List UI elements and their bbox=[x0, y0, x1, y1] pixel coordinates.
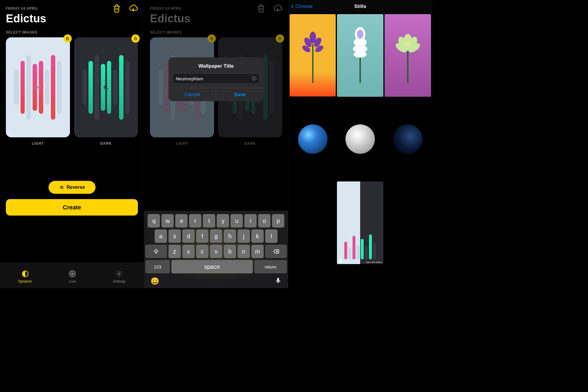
key-c[interactable]: c bbox=[196, 245, 208, 258]
unlock-icon[interactable] bbox=[64, 34, 72, 43]
numbers-key[interactable]: 123 bbox=[145, 260, 170, 273]
tab-bar: Dynamic Live Settings bbox=[0, 262, 144, 288]
alert-title: Wallpaper Title bbox=[168, 57, 264, 73]
dynamic-icon bbox=[21, 270, 29, 278]
chevron-left-icon bbox=[290, 3, 295, 10]
key-r[interactable]: r bbox=[189, 214, 201, 228]
download-cloud-icon[interactable] bbox=[128, 4, 138, 13]
key-p[interactable]: p bbox=[272, 214, 284, 228]
key-g[interactable]: g bbox=[210, 229, 222, 243]
key-w[interactable]: w bbox=[161, 214, 174, 228]
nav-bar: Choose Stills bbox=[288, 0, 432, 13]
nav-title: Stills bbox=[354, 4, 366, 9]
still-black[interactable] bbox=[290, 181, 336, 264]
pane-edictus-save-dialog: FRIDAY 24 APRIL Edictus SELECT IMAGES LI… bbox=[144, 0, 288, 288]
key-i[interactable]: i bbox=[244, 214, 257, 228]
return-key[interactable]: return bbox=[254, 260, 287, 273]
still-edictus-split[interactable]: made with Edictus bbox=[337, 181, 383, 264]
save-button[interactable]: Save bbox=[216, 88, 264, 101]
unlock-icon[interactable] bbox=[131, 34, 140, 43]
still-flower-white-on-teal[interactable] bbox=[337, 14, 383, 97]
trash-icon bbox=[256, 4, 266, 13]
gear-icon bbox=[115, 270, 123, 278]
wallpaper-title-field[interactable]: ⓧ bbox=[173, 73, 260, 84]
space-key[interactable]: space bbox=[171, 260, 253, 273]
dark-label: DARK bbox=[74, 141, 138, 146]
create-button[interactable]: Create bbox=[6, 199, 138, 216]
image-slot-light[interactable] bbox=[6, 37, 70, 137]
still-earth-night[interactable] bbox=[385, 98, 431, 181]
swap-icon bbox=[59, 185, 64, 190]
key-e[interactable]: e bbox=[175, 214, 188, 228]
tab-dynamic[interactable]: Dynamic bbox=[18, 270, 32, 283]
clear-text-icon[interactable]: ⓧ bbox=[252, 76, 256, 82]
svg-point-5 bbox=[118, 273, 120, 275]
cancel-button[interactable]: Cancel bbox=[168, 88, 216, 101]
backspace-icon bbox=[273, 248, 279, 255]
app-title: Edictus bbox=[150, 12, 282, 25]
dictation-icon[interactable] bbox=[275, 277, 282, 284]
keyboard: qwertyuiop asdfghjkl zxcvbnm 123 space r… bbox=[144, 211, 288, 288]
tab-settings[interactable]: Settings bbox=[113, 270, 126, 283]
key-o[interactable]: o bbox=[258, 214, 270, 228]
shift-icon bbox=[153, 248, 159, 254]
still-moon[interactable] bbox=[337, 98, 383, 181]
key-x[interactable]: x bbox=[182, 245, 195, 258]
svg-rect-6 bbox=[277, 278, 279, 281]
live-icon bbox=[69, 270, 76, 278]
backspace-key[interactable] bbox=[265, 245, 287, 258]
moon-icon bbox=[103, 84, 109, 91]
key-k[interactable]: k bbox=[251, 229, 264, 243]
key-f[interactable]: f bbox=[196, 229, 208, 243]
sun-icon bbox=[34, 84, 41, 91]
dark-label: DARK bbox=[218, 141, 282, 146]
still-flower-purple-on-orange[interactable] bbox=[290, 14, 336, 96]
emoji-key[interactable]: 😀 bbox=[151, 277, 159, 285]
svg-point-15 bbox=[354, 51, 367, 58]
key-j[interactable]: j bbox=[238, 229, 250, 243]
key-a[interactable]: a bbox=[155, 229, 167, 243]
key-z[interactable]: z bbox=[168, 245, 181, 258]
key-d[interactable]: d bbox=[182, 229, 195, 243]
unlock-icon bbox=[208, 34, 216, 43]
key-m[interactable]: m bbox=[251, 245, 264, 258]
tab-live[interactable]: Live bbox=[69, 270, 76, 283]
svg-point-22 bbox=[405, 41, 410, 46]
key-n[interactable]: n bbox=[238, 245, 250, 258]
svg-point-2 bbox=[71, 273, 74, 275]
key-h[interactable]: h bbox=[224, 229, 236, 243]
key-l[interactable]: l bbox=[265, 229, 278, 243]
still-earth-day[interactable] bbox=[290, 98, 336, 180]
pane-edictus-main: FRIDAY 24 APRIL Edictus SELECT IMAGES LI… bbox=[0, 0, 144, 288]
key-b[interactable]: b bbox=[224, 245, 236, 258]
back-button[interactable]: Choose bbox=[290, 0, 313, 13]
shift-key[interactable] bbox=[145, 245, 167, 258]
light-label: LIGHT bbox=[6, 141, 70, 146]
light-label: LIGHT bbox=[150, 141, 214, 146]
key-q[interactable]: q bbox=[148, 214, 160, 228]
watermark: made with Edictus bbox=[365, 261, 383, 263]
key-t[interactable]: t bbox=[203, 214, 215, 228]
key-s[interactable]: s bbox=[168, 229, 181, 243]
app-title: Edictus bbox=[6, 12, 138, 25]
key-v[interactable]: v bbox=[210, 245, 222, 258]
key-y[interactable]: y bbox=[217, 214, 229, 228]
trash-icon[interactable] bbox=[112, 4, 121, 13]
key-u[interactable]: u bbox=[230, 214, 243, 228]
svg-point-0 bbox=[37, 86, 39, 89]
svg-point-16 bbox=[357, 30, 363, 39]
still-flower-green-on-magenta[interactable] bbox=[385, 14, 431, 97]
wallpaper-title-alert: Wallpaper Title ⓧ Cancel Save bbox=[168, 57, 264, 101]
download-cloud-icon bbox=[273, 4, 282, 13]
wallpaper-title-input[interactable] bbox=[176, 76, 252, 81]
section-select-images: SELECT IMAGES bbox=[6, 30, 138, 34]
unlock-icon bbox=[276, 34, 284, 43]
reverse-button[interactable]: Reverse bbox=[49, 181, 96, 194]
image-slot-dark[interactable] bbox=[74, 37, 138, 137]
section-select-images: SELECT IMAGES bbox=[150, 30, 282, 34]
pane-stills-picker: Choose Stills made with Edictus bbox=[288, 0, 432, 288]
